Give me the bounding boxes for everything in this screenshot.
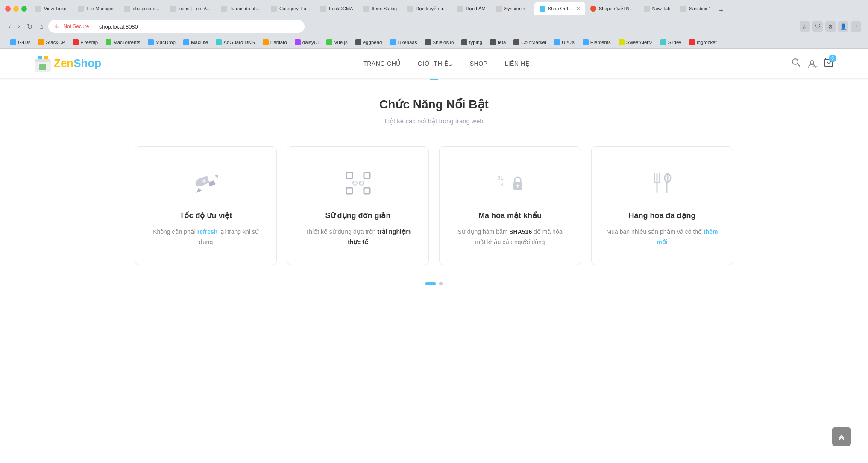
shield-icon[interactable]: 🛡 xyxy=(812,21,823,32)
tab-favicon xyxy=(320,6,326,12)
bookmark-icon xyxy=(513,39,519,45)
svg-rect-11 xyxy=(346,172,352,178)
bookmark-icon[interactable]: ☆ xyxy=(800,21,810,32)
bookmark-macdrop[interactable]: MacDrop xyxy=(144,38,179,46)
nav-links: TRANG CHỦ GIỚI THIỆU SHOP LIÊN HỆ xyxy=(363,60,529,67)
forward-button[interactable]: › xyxy=(16,21,21,32)
progress-indicator xyxy=(0,79,868,80)
tab-shop-order[interactable]: Shop Ord... ✕ xyxy=(534,2,585,15)
user-button[interactable] xyxy=(807,59,817,68)
tab-view-ticket[interactable]: View Ticket xyxy=(30,2,73,15)
logo[interactable]: ZenShop xyxy=(34,55,101,72)
tab-item[interactable]: Item: Stabig xyxy=(358,2,402,15)
bookmark-icon xyxy=(461,39,467,45)
nav-link-home[interactable]: TRANG CHỦ xyxy=(363,60,401,67)
bookmark-icon xyxy=(183,39,189,45)
tab-favicon xyxy=(170,6,176,12)
nav-link-about[interactable]: GIỚI THIỆU xyxy=(418,60,453,67)
address-input[interactable]: ⚠ Not Secure | shop.local:8080 xyxy=(48,20,305,33)
features-grid: Tốc độ ưu việt Không cần phải refresh lạ… xyxy=(135,146,733,265)
maximize-button[interactable] xyxy=(21,6,27,12)
bookmark-vue[interactable]: Vue.js xyxy=(323,38,351,46)
bookmark-typing[interactable]: typing xyxy=(458,38,486,46)
bookmarks-bar: G4Ds StackCP Fireship MacTorrents MacDro… xyxy=(0,36,868,49)
bookmark-mactorrents[interactable]: MacTorrents xyxy=(102,38,144,46)
tab-db[interactable]: db.cpcloud... xyxy=(119,2,164,15)
tab-favicon xyxy=(78,6,84,12)
svg-point-8 xyxy=(814,66,816,67)
main-section: Chức Năng Nổi Bật Liệt kê các nổi bật tr… xyxy=(0,80,868,303)
tab-fuckdcma[interactable]: FuckDCMA xyxy=(315,2,358,15)
tab-doc-truyen[interactable]: Đọc truyện tr... xyxy=(402,2,452,15)
nav-link-contact[interactable]: LIÊN HỆ xyxy=(504,60,529,67)
bookmark-fireship[interactable]: Fireship xyxy=(69,38,101,46)
tab-close-icon[interactable]: ✕ xyxy=(576,6,580,12)
reload-button[interactable]: ↻ xyxy=(25,21,34,32)
home-button[interactable]: ⌂ xyxy=(38,21,45,32)
bookmark-lukehaas[interactable]: lukehaas xyxy=(387,38,421,46)
profile-icon[interactable]: 👤 xyxy=(838,21,848,32)
bookmark-maclife[interactable]: MacLife xyxy=(180,38,211,46)
bookmark-icon xyxy=(326,39,332,45)
bookmark-g4ds[interactable]: G4Ds xyxy=(7,38,34,46)
tab-favicon xyxy=(363,6,369,12)
tab-synadmin[interactable]: Synadmin – xyxy=(491,2,534,15)
tab-hoc-lam[interactable]: Học LÀM xyxy=(452,2,490,15)
bookmark-icon xyxy=(660,39,666,45)
search-button[interactable] xyxy=(791,58,801,69)
feature-desc-simple: Thiết kế sử dụng dựa trên trải nghiệm th… xyxy=(300,227,416,248)
bookmark-elements[interactable]: Elements xyxy=(579,38,614,46)
tab-favicon xyxy=(644,6,650,12)
carousel-dot-2[interactable] xyxy=(439,282,443,285)
scroll-to-top-button[interactable] xyxy=(832,427,851,446)
menu-icon[interactable]: ⋮ xyxy=(851,21,861,32)
bookmark-logrocket[interactable]: logrocket xyxy=(686,38,720,46)
tab-favicon xyxy=(221,6,227,12)
bookmark-sweetalert[interactable]: SweetAlert2 xyxy=(615,38,656,46)
svg-rect-14 xyxy=(364,188,370,194)
feature-desc-speed: Không cần phải refresh lại trang khi sử … xyxy=(148,227,264,248)
bookmark-shields[interactable]: Shields.io xyxy=(422,38,457,46)
simple-icon xyxy=(343,168,373,198)
svg-point-16 xyxy=(359,181,364,185)
bookmark-icon xyxy=(295,39,301,45)
bookmark-icon xyxy=(390,39,396,45)
svg-point-15 xyxy=(353,181,357,185)
back-button[interactable]: ‹ xyxy=(7,21,12,32)
tab-sassbox[interactable]: Sassbox-1 xyxy=(675,2,716,15)
tab-taurus[interactable]: Taurus đã nh... xyxy=(216,2,266,15)
bookmark-icon xyxy=(425,39,431,45)
tab-category[interactable]: Category: La... xyxy=(266,2,315,15)
bookmark-coinmarket[interactable]: CoinMarket xyxy=(510,38,550,46)
svg-rect-12 xyxy=(364,172,370,178)
page-content: ZenShop TRANG CHỦ GIỚI THIỆU SHOP LIÊN H… xyxy=(0,49,868,463)
tab-file-manager[interactable]: File Manager xyxy=(73,2,119,15)
minimize-button[interactable] xyxy=(13,6,19,12)
bookmark-stackcp[interactable]: StackCP xyxy=(35,38,68,46)
gear-icon xyxy=(812,64,818,69)
title-bar: View Ticket File Manager db.cpcloud... I… xyxy=(0,0,868,17)
new-tab-button[interactable]: + xyxy=(716,6,726,15)
section-title: Chức Năng Nổi Bật xyxy=(34,97,834,111)
bookmark-babiato[interactable]: Babiato xyxy=(259,38,290,46)
bookmark-daisy[interactable]: daisyUI xyxy=(291,38,322,46)
bookmark-teta[interactable]: teta xyxy=(487,38,509,46)
bookmark-egghead[interactable]: egghead xyxy=(352,38,386,46)
bookmark-slidev[interactable]: Slidev xyxy=(657,38,685,46)
bookmark-adguard[interactable]: AdGuard DNS xyxy=(212,38,258,46)
svg-text:01: 01 xyxy=(497,175,503,181)
bookmark-icon xyxy=(619,39,625,45)
tab-shopee[interactable]: Shopee Việt N... xyxy=(585,2,639,15)
close-button[interactable] xyxy=(5,6,11,12)
tab-favicon xyxy=(271,6,277,12)
encrypt-icon: 01 10 xyxy=(495,168,525,198)
extensions-icon[interactable]: ⚙ xyxy=(825,21,836,32)
bookmark-uiux[interactable]: UI/UX xyxy=(551,38,578,46)
cart-button[interactable]: 0 xyxy=(824,57,834,70)
nav-link-shop[interactable]: SHOP xyxy=(470,60,488,67)
tab-icons[interactable]: Icons | Font A... xyxy=(164,2,216,15)
carousel-dot-1[interactable] xyxy=(425,282,436,285)
tab-favicon xyxy=(457,6,463,12)
tab-new-tab[interactable]: New Tab xyxy=(639,2,676,15)
bookmark-icon xyxy=(148,39,154,45)
